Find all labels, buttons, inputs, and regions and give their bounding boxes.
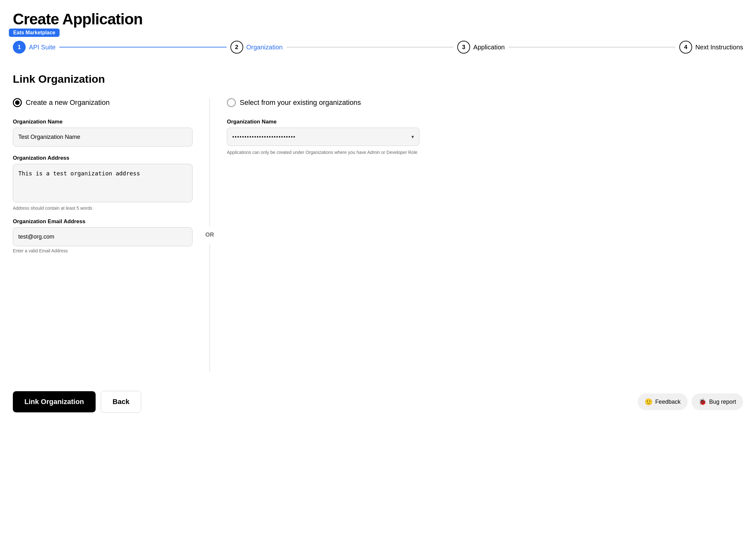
step-2-circle: 2 (230, 41, 243, 54)
connector-3-4 (508, 47, 675, 48)
page-title: Create Application (13, 10, 743, 28)
org-address-label: Organization Address (13, 155, 193, 161)
step-1-badge: Eats Marketplace (9, 29, 60, 37)
existing-org-select-wrap: •••••••••••••••••••••••••• ▾ Application… (227, 128, 419, 156)
org-name-label: Organization Name (13, 119, 193, 125)
step-2-label: Organization (247, 44, 283, 51)
section-title: Link Organization (13, 73, 743, 85)
step-4-circle: 4 (679, 41, 692, 54)
org-email-label: Organization Email Address (13, 218, 193, 225)
footer-row: Link Organization Back 🙂 Feedback 🐞 Bug … (13, 391, 743, 413)
bug-icon: 🐞 (698, 398, 706, 406)
feedback-button[interactable]: 🙂 Feedback (638, 393, 688, 410)
connector-2-3 (286, 47, 454, 48)
form-divider: OR (193, 98, 227, 372)
step-2: 2 Organization (230, 41, 283, 54)
org-email-input[interactable] (13, 227, 193, 246)
org-address-group: Organization Address This is a test orga… (13, 155, 193, 211)
bug-report-label: Bug report (709, 399, 736, 405)
connector-1-2 (59, 47, 226, 48)
step-4: 4 Next Instructions (679, 41, 743, 54)
create-org-radio-label: Create a new Organization (26, 98, 110, 107)
bug-report-button[interactable]: 🐞 Bug report (691, 393, 743, 410)
select-org-radio[interactable] (227, 98, 236, 107)
create-org-section: Create a new Organization Organization N… (13, 98, 193, 261)
select-org-section: Select from your existing organizations … (227, 98, 419, 162)
back-button[interactable]: Back (101, 391, 141, 413)
org-address-hint: Address should contain at least 5 words (13, 205, 193, 211)
existing-org-select-value: •••••••••••••••••••••••••• (232, 134, 296, 140)
footer-left: Link Organization Back (13, 391, 141, 413)
existing-org-select[interactable]: •••••••••••••••••••••••••• ▾ (227, 128, 419, 146)
step-3-circle: 3 (457, 41, 470, 54)
existing-org-hint: Applications can only be created under O… (227, 149, 419, 156)
stepper: Eats Marketplace 1 API Suite 2 Organizat… (13, 41, 743, 54)
divider-or-label: OR (205, 231, 214, 238)
footer-right: 🙂 Feedback 🐞 Bug report (638, 393, 743, 410)
org-name-input[interactable] (13, 128, 193, 147)
create-org-radio[interactable] (13, 98, 22, 107)
existing-org-name-group: Organization Name ••••••••••••••••••••••… (227, 119, 419, 156)
step-1: Eats Marketplace 1 API Suite (13, 41, 56, 54)
chevron-down-icon: ▾ (411, 134, 414, 140)
step-4-label: Next Instructions (695, 44, 743, 51)
org-name-group: Organization Name (13, 119, 193, 149)
create-org-radio-row[interactable]: Create a new Organization (13, 98, 193, 107)
step-1-label: API Suite (29, 44, 56, 51)
select-org-radio-label: Select from your existing organizations (240, 98, 361, 107)
divider-line-bottom (210, 243, 210, 372)
form-layout: Create a new Organization Organization N… (13, 98, 743, 372)
org-email-hint: Enter a valid Email Address (13, 248, 193, 253)
select-org-radio-row[interactable]: Select from your existing organizations (227, 98, 419, 107)
org-email-group: Organization Email Address Enter a valid… (13, 218, 193, 253)
link-org-button[interactable]: Link Organization (13, 391, 95, 412)
step-3-label: Application (473, 44, 505, 51)
step-1-circle: 1 (13, 41, 26, 54)
divider-line-top (210, 98, 210, 226)
feedback-label: Feedback (655, 399, 680, 405)
existing-org-name-label: Organization Name (227, 119, 419, 125)
org-address-input[interactable]: This is a test organization address (13, 164, 193, 202)
step-3: 3 Application (457, 41, 505, 54)
feedback-icon: 🙂 (645, 398, 653, 406)
